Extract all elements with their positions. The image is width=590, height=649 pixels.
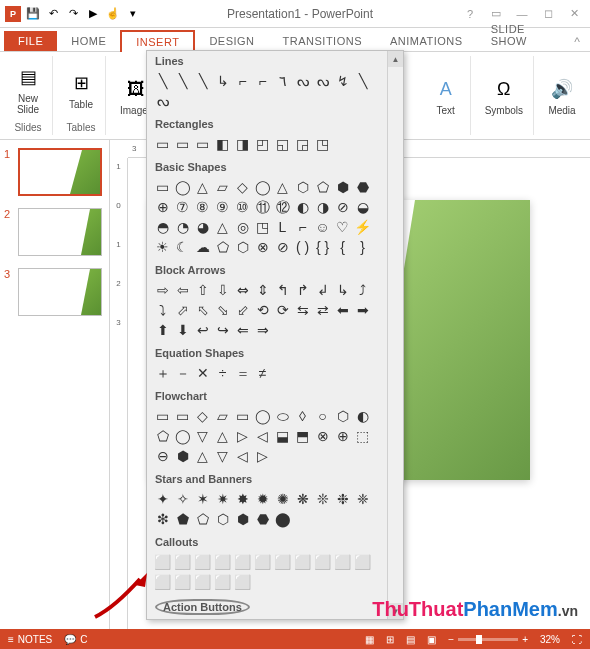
shape-item[interactable]: ⬃ (233, 300, 252, 319)
shape-item[interactable]: ⬜ (273, 552, 292, 571)
shape-item[interactable]: ☁ (193, 237, 212, 256)
shape-item[interactable]: ╲ (193, 71, 212, 90)
shape-item[interactable]: ↱ (293, 280, 312, 299)
tab-slideshow[interactable]: SLIDE SHOW (477, 19, 569, 51)
shape-item[interactable]: ⬤ (273, 509, 292, 528)
shape-item[interactable]: △ (193, 177, 212, 196)
shape-item[interactable]: ⬣ (253, 509, 272, 528)
shape-item[interactable]: ⇨ (153, 280, 172, 299)
shape-item[interactable]: ◁ (233, 446, 252, 465)
shape-item[interactable]: ⑦ (173, 197, 192, 216)
shape-item[interactable]: ╲ (353, 71, 372, 90)
shape-item[interactable]: ⓘ (293, 619, 312, 620)
shape-item[interactable]: ◓ (153, 217, 172, 236)
shape-item[interactable]: ⌂ (273, 619, 292, 620)
shape-item[interactable]: ↳ (213, 71, 232, 90)
shape-item[interactable]: ╲ (153, 71, 172, 90)
shape-item[interactable]: ⬠ (313, 177, 332, 196)
shape-item[interactable]: ⇩ (213, 280, 232, 299)
shape-item[interactable]: ⬜ (233, 572, 252, 591)
shape-item[interactable]: ⬜ (233, 552, 252, 571)
slide-thumbnail-3[interactable]: 3 (4, 268, 105, 316)
undo-icon[interactable]: ↶ (44, 5, 62, 23)
shape-item[interactable]: ⇕ (253, 280, 272, 299)
shape-item[interactable]: ᔓ (313, 71, 332, 90)
shape-item[interactable]: ( ) (293, 237, 312, 256)
shape-item[interactable]: ⑪ (253, 197, 272, 216)
shape-item[interactable]: ↩ (313, 619, 332, 620)
symbols-button[interactable]: Ω Symbols (481, 73, 527, 118)
shape-item[interactable]: ◲ (293, 134, 312, 153)
app-icon[interactable]: P (4, 5, 22, 23)
shape-item[interactable]: ⊗ (253, 237, 272, 256)
shape-item[interactable]: ⤵ (153, 300, 172, 319)
shape-item[interactable]: ❇ (153, 509, 172, 528)
shape-item[interactable]: ▱ (213, 177, 232, 196)
shape-item[interactable]: ▷ (233, 426, 252, 445)
shape-item[interactable]: ▭ (153, 177, 172, 196)
slide-thumbnail-2[interactable]: 2 (4, 208, 105, 256)
comments-button[interactable]: 💬C (64, 634, 87, 645)
shape-item[interactable]: ⬇ (173, 320, 192, 339)
shape-item[interactable]: ⬠ (153, 426, 172, 445)
shape-item[interactable]: ⬣ (353, 177, 372, 196)
new-slide-button[interactable]: ▤ New Slide (10, 61, 46, 117)
shape-item[interactable]: ❈ (353, 489, 372, 508)
shape-item[interactable]: ◁ (153, 619, 172, 620)
shape-item[interactable]: ◊ (293, 406, 312, 425)
shape-item[interactable]: ▭ (193, 134, 212, 153)
view-normal-icon[interactable]: ▦ (365, 634, 374, 645)
shape-item[interactable]: ＝ (233, 363, 252, 382)
shape-item[interactable]: ⌐ (293, 217, 312, 236)
shape-item[interactable]: ⑩ (233, 197, 252, 216)
shape-item[interactable]: ◎ (233, 217, 252, 236)
scroll-up-icon[interactable]: ▲ (388, 51, 403, 67)
shape-item[interactable]: ✕ (193, 363, 212, 382)
shape-item[interactable]: ⊖ (153, 446, 172, 465)
shape-item[interactable]: ❊ (313, 489, 332, 508)
shape-item[interactable]: ▽ (213, 446, 232, 465)
shape-item[interactable]: ÷ (213, 363, 232, 382)
view-reading-icon[interactable]: ▤ (406, 634, 415, 645)
shape-item[interactable]: ⇒ (253, 320, 272, 339)
shape-item[interactable]: ⬂ (213, 300, 232, 319)
shape-item[interactable]: 📄 (353, 619, 372, 620)
shape-item[interactable]: ⬜ (193, 552, 212, 571)
shape-item[interactable]: ⬚ (353, 426, 372, 445)
shape-item[interactable]: ▭ (233, 406, 252, 425)
shape-item[interactable]: ⏮ (213, 619, 232, 620)
shape-item[interactable]: ◨ (233, 134, 252, 153)
shape-item[interactable]: ᔓ (153, 91, 172, 110)
shape-item[interactable]: ◯ (173, 177, 192, 196)
shape-item[interactable]: ⬓ (273, 426, 292, 445)
shape-item[interactable]: ▣ (193, 619, 212, 620)
shape-item[interactable]: ⬁ (193, 300, 212, 319)
shape-item[interactable]: ⇐ (233, 320, 252, 339)
shape-item[interactable]: ⊕ (333, 426, 352, 445)
shape-item[interactable]: 🎥 (333, 619, 352, 620)
shape-item[interactable]: ⬢ (333, 177, 352, 196)
shape-item[interactable]: ✺ (273, 489, 292, 508)
shape-item[interactable]: ٦ (273, 71, 292, 90)
qat-dropdown-icon[interactable]: ▾ (124, 5, 142, 23)
shape-item[interactable]: ⬢ (173, 446, 192, 465)
shape-item[interactable]: ▽ (193, 426, 212, 445)
shape-item[interactable]: ◧ (213, 134, 232, 153)
shape-item[interactable]: ⇔ (233, 280, 252, 299)
shape-item[interactable]: ⌐ (233, 71, 252, 90)
shape-item[interactable]: ☺ (313, 217, 332, 236)
notes-button[interactable]: ≡NOTES (8, 634, 52, 645)
tab-home[interactable]: HOME (57, 31, 120, 51)
shape-item[interactable]: L (273, 217, 292, 236)
shape-item[interactable]: ▭ (153, 134, 172, 153)
shape-item[interactable]: ◯ (253, 406, 272, 425)
shape-item[interactable]: ◐ (353, 406, 372, 425)
shape-item[interactable]: ⬜ (213, 552, 232, 571)
slideshow-start-icon[interactable]: ▶ (84, 5, 102, 23)
shape-item[interactable]: ⟲ (253, 300, 272, 319)
shape-item[interactable]: ▱ (213, 406, 232, 425)
shape-item[interactable]: ⬒ (293, 426, 312, 445)
shape-item[interactable]: ⬜ (153, 572, 172, 591)
shape-item[interactable]: ◁ (253, 426, 272, 445)
shape-item[interactable]: ⬜ (193, 572, 212, 591)
